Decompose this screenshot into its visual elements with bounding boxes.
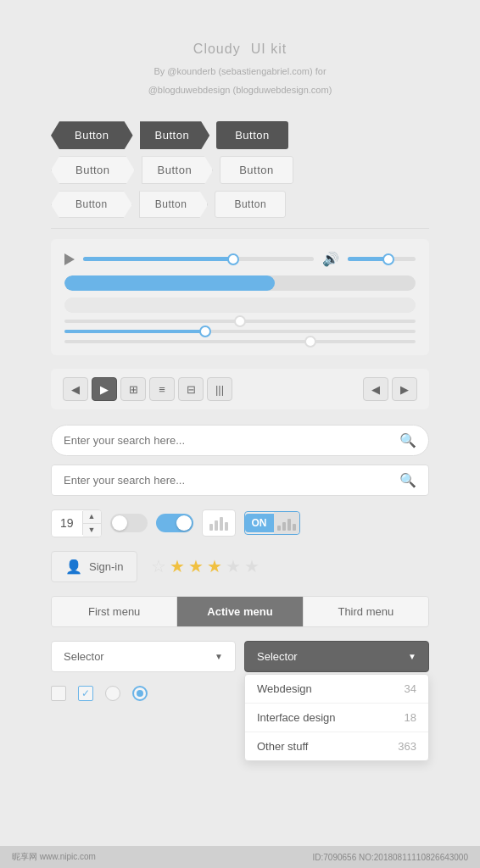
mc-barcode[interactable]: ||| — [207, 377, 232, 401]
button-dark-arrow-2[interactable]: Button — [140, 121, 210, 149]
dropdown-count-0: 34 — [405, 682, 416, 695]
mc-grid[interactable]: ⊞ — [120, 377, 146, 401]
stepper-up[interactable]: ▲ — [83, 510, 101, 524]
dropdown-count-1: 18 — [405, 711, 416, 724]
dropdown-label-1: Interface design — [257, 711, 336, 724]
on-off-badge: ON — [244, 511, 300, 535]
credit-line1: By @kounderb (sebastiengabriel.com) for — [51, 64, 429, 80]
star-rating: ☆ ★ ★ ★ ★ ★ — [151, 556, 260, 576]
slider-bars-widget[interactable] — [202, 509, 236, 537]
checkbox-checked[interactable]: ✓ — [78, 686, 93, 701]
range-slider[interactable] — [64, 340, 416, 343]
volume-icon[interactable]: 🔊 — [322, 251, 339, 267]
dropdown-item-2[interactable]: Other stuff 363 — [245, 732, 428, 760]
star-empty[interactable]: ☆ — [151, 556, 166, 576]
slider-row-1: 🔊 — [64, 251, 416, 267]
progress-slider-1[interactable] — [83, 257, 314, 261]
dropdown-count-2: 363 — [398, 740, 416, 753]
stepper-value: 19 — [52, 511, 83, 535]
search-button-2[interactable]: 🔍 — [399, 472, 416, 488]
number-stepper: 19 ▲ ▼ — [51, 509, 102, 537]
star-1[interactable]: ★ — [170, 556, 185, 576]
selector-light[interactable]: Selector ▼ — [51, 641, 236, 672]
stepper-down[interactable]: ▼ — [83, 524, 101, 537]
signin-button[interactable]: 👤 Sign-in — [51, 551, 137, 582]
app-title: Cloudy UI kit — [51, 25, 429, 61]
mc-columns[interactable]: ⊟ — [178, 377, 204, 401]
star-4[interactable]: ★ — [226, 556, 241, 576]
button-light-hex-1[interactable]: Button — [51, 156, 135, 184]
selector-dark-label: Selector — [257, 650, 298, 663]
menu-tabs: First menu Active menu Third menu — [51, 596, 429, 627]
mc-back[interactable]: ◀ — [363, 377, 388, 401]
off-bars[interactable] — [274, 512, 299, 534]
progress-bar-light — [64, 298, 416, 313]
title-text: Cloudy — [193, 42, 241, 56]
radio-off[interactable] — [105, 686, 120, 701]
user-icon: 👤 — [65, 559, 82, 575]
dropdown-label-2: Other stuff — [257, 740, 308, 753]
chevron-down-icon-1: ▼ — [215, 652, 223, 661]
button-sm-hex-1[interactable]: Button — [51, 191, 132, 218]
subtitle-text: UI kit — [251, 42, 287, 56]
dropdown-menu: Webdesign 34 Interface design 18 Other s… — [244, 674, 429, 761]
sliders-section: 🔊 — [51, 239, 429, 355]
dropdown-label-0: Webdesign — [257, 682, 312, 695]
mc-prev[interactable]: ◀ — [63, 377, 88, 401]
search-input-1[interactable] — [64, 434, 399, 447]
tab-first-menu[interactable]: First menu — [52, 597, 177, 626]
selectors-section: Selector ▼ Selector ▼ Webdesign 34 Inter… — [51, 641, 429, 672]
tab-active-menu[interactable]: Active menu — [177, 597, 303, 626]
tab-third-menu[interactable]: Third menu — [304, 597, 428, 626]
search-section: 🔍 🔍 — [51, 425, 429, 496]
button-sm-arrow-2[interactable]: Button — [139, 191, 209, 218]
progress-bar-blue — [64, 275, 416, 291]
button-row-1: Button Button Button — [51, 121, 429, 149]
button-light-arrow-2[interactable]: Button — [142, 156, 214, 184]
selector-light-label: Selector — [64, 650, 104, 663]
toggle-on[interactable] — [156, 514, 193, 532]
dropdown-item-0[interactable]: Webdesign 34 — [245, 675, 428, 704]
mc-fwd[interactable]: ▶ — [392, 377, 417, 401]
button-dark-hex-1[interactable]: Button — [51, 121, 133, 149]
chevron-down-icon-2: ▼ — [408, 652, 416, 661]
header: Cloudy UI kit By @kounderb (sebastiengab… — [51, 25, 429, 97]
search-box-square: 🔍 — [51, 465, 429, 496]
button-row-2: Button Button Button — [51, 156, 429, 184]
toggle-off[interactable] — [110, 514, 148, 532]
footer-right: ID:7090656 NO:20180811110826643000 — [313, 853, 469, 862]
search-input-2[interactable] — [64, 474, 399, 487]
star-2[interactable]: ★ — [188, 556, 204, 576]
stepper-buttons: ▲ ▼ — [83, 510, 101, 537]
checkbox-unchecked[interactable] — [51, 686, 66, 701]
signin-section: 👤 Sign-in ☆ ★ ★ ★ ★ ★ — [51, 551, 429, 582]
play-icon[interactable] — [64, 253, 75, 265]
button-dark-sq-3[interactable]: Button — [216, 121, 288, 149]
volume-slider[interactable] — [348, 257, 416, 261]
footer-left: 昵享网 www.nipic.com — [12, 851, 96, 863]
mc-list[interactable]: ≡ — [149, 377, 175, 401]
slim-slider-1[interactable] — [64, 320, 416, 323]
controls-row: 19 ▲ ▼ ON — [51, 509, 429, 537]
selector-dark[interactable]: Selector ▼ — [244, 641, 429, 672]
on-label[interactable]: ON — [245, 514, 274, 532]
footer: 昵享网 www.nipic.com ID:7090656 NO:20180811… — [0, 846, 480, 868]
slim-slider-2[interactable] — [64, 330, 416, 333]
search-box-rounded: 🔍 — [51, 425, 429, 456]
star-5[interactable]: ★ — [244, 556, 260, 576]
radio-on[interactable] — [132, 686, 148, 701]
button-light-sq-3[interactable]: Button — [220, 156, 293, 184]
button-sm-sq-3[interactable]: Button — [215, 191, 286, 218]
credit-line2: @blogduwebdesign (blogduwebdesign.com) — [51, 83, 429, 98]
media-controls: ◀ ▶ ⊞ ≡ ⊟ ||| ◀ ▶ — [51, 369, 429, 409]
star-3[interactable]: ★ — [207, 556, 222, 576]
search-button-1[interactable]: 🔍 — [399, 432, 416, 448]
button-row-3: Button Button Button — [51, 191, 429, 218]
dropdown-item-1[interactable]: Interface design 18 — [245, 704, 428, 732]
mc-play[interactable]: ▶ — [92, 377, 117, 401]
signin-label: Sign-in — [89, 560, 123, 573]
